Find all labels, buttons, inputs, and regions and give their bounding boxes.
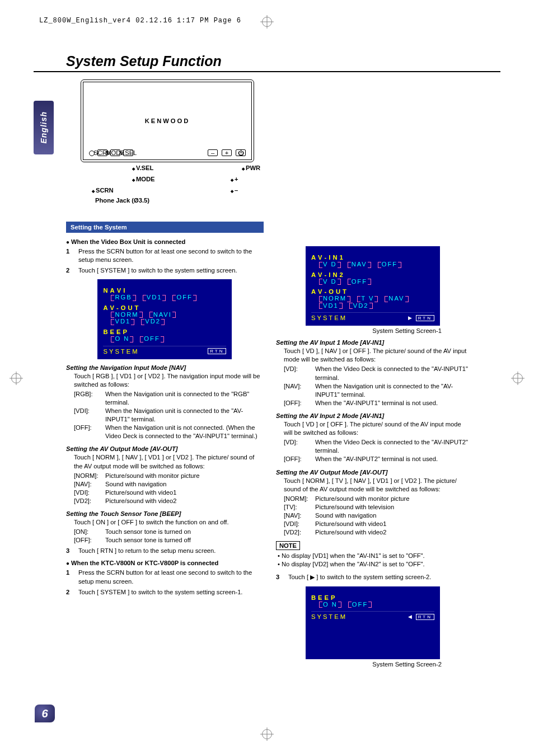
notes-list: No display [VD1] when the "AV-IN1" is se…	[276, 552, 470, 569]
vsel-label: V.SEL	[132, 165, 153, 171]
step-b1-text: Press the SCRN button for at least one s…	[78, 569, 264, 585]
step-1: 1Press the SCRN button for at least one …	[66, 247, 264, 264]
avout-right-intro: Touch [ NORM ], [ TV ], [ NAV ], [ VD1 ]…	[284, 477, 470, 494]
minus-label: –	[231, 187, 238, 194]
plus-label: +	[231, 176, 238, 182]
avout-left-subhead: Setting the AV Output Mode [AV-OUT]	[66, 445, 264, 452]
phone-jack-label: Phone Jack (Ø3.5)	[95, 197, 149, 204]
section-title: System Setup Function	[66, 53, 222, 69]
crop-mark-bottom	[262, 729, 272, 739]
print-header: LZ_800W_English_ver4 02.12.16 1:17 PM Pa…	[39, 17, 241, 25]
step-3-right: 3Touch [ ▶ ] to switch to the system set…	[276, 573, 470, 581]
step-3-left-text: Touch [ RTN ] to return to the setup men…	[78, 547, 264, 555]
crop-mark-right	[513, 373, 523, 383]
scrn-label: SCRN	[92, 187, 114, 194]
avin1-deflist: [VD]:When the Video Deck is connected to…	[284, 365, 470, 407]
avout-right-subhead: Setting the AV Output Mode [AV-OUT]	[276, 469, 470, 476]
plus-button-icon: +	[222, 149, 232, 156]
brand-label: KENWOOD	[145, 118, 190, 124]
beep-intro: Touch [ ON ] or [ OFF ] to switch the fu…	[74, 518, 264, 527]
step-2: 2Touch [ SYSTEM ] to switch to the syste…	[66, 266, 264, 275]
avin1-subhead: Setting the AV Input 1 Mode [AV-IN1]	[276, 339, 470, 346]
mode-label: MODE	[132, 176, 155, 182]
nav-deflist: [RGB]:When the Navigation unit is connec…	[74, 390, 264, 441]
setting-system-bar: Setting the System	[66, 222, 264, 233]
nav-intro: Touch [ RGB ], [ VD1 ] or [ VD2 ]. The n…	[74, 372, 264, 389]
avin2-subhead: Setting the AV Input 2 Mode [AV-IN1]	[276, 412, 470, 419]
avout-left-intro: Touch [ NORM ], [ NAV ], [ VD1 ] or [ VD…	[74, 453, 264, 470]
avout-left-deflist: [NORM]:Picture/sound with monitor pictur…	[74, 472, 264, 505]
minus-button-icon: –	[208, 149, 218, 156]
avout-right-deflist: [NORM]:Picture/sound with monitor pictur…	[284, 495, 470, 537]
screen1-caption: System Setting Screen-1	[276, 327, 442, 334]
sub-a-heading: When the Video Box Unit is connected	[66, 238, 264, 245]
mode-button-icon: MODE	[110, 149, 120, 156]
step-b2-text: Touch [ SYSTEM ] to switch to the system…	[78, 588, 264, 597]
pwr-label: PWR	[242, 165, 260, 171]
avin1-intro: Touch [ VD ], [ NAV ] or [ OFF ]. The pi…	[284, 347, 470, 364]
system-setting-screen-1: AV-IN1V DNAVOFFAV-IN2V DOFFAV-OUTNORMT V…	[306, 246, 440, 326]
setup-screen-left: NAVIRGBVD1OFFAV-OUTNORMNAVIVD1VD2BEEPO N…	[97, 279, 232, 359]
pwr-button-icon: ⏻	[236, 149, 246, 156]
title-rule	[34, 71, 500, 72]
screen2-caption: System Setting Screen-2	[276, 661, 442, 668]
step-b2: 2Touch [ SYSTEM ] to switch to the syste…	[66, 588, 264, 597]
step-b1: 1Press the SCRN button for at least one …	[66, 569, 264, 585]
beep-subhead: Setting the Touch Sensor Tone [BEEP]	[66, 510, 264, 517]
step-3-left: 3Touch [ RTN ] to return to the setup me…	[66, 547, 264, 555]
step-1-text: Press the SCRN button for at least one s…	[78, 247, 264, 264]
step-2-text: Touch [ SYSTEM ] to switch to the system…	[78, 266, 264, 275]
language-tab-label: English	[39, 111, 48, 144]
beep-deflist: [ON]:Touch sensor tone is turned on[OFF]…	[74, 528, 264, 544]
step-3-right-text: Touch [ ▶ ] to switch to the system sett…	[288, 573, 470, 581]
avin2-intro: Touch [ VD ] or [ OFF ]. The picture/ so…	[284, 420, 470, 437]
page-number: 6	[35, 705, 55, 722]
avin2-deflist: [VD]:When the Video Deck is connected to…	[284, 438, 470, 463]
sub-b-heading: When the KTC-V800N or KTC-V800P is conne…	[66, 560, 264, 566]
note-label: NOTE	[276, 541, 300, 550]
vsel-button-icon: V.SEL	[123, 149, 133, 156]
crop-mark-left	[11, 373, 21, 383]
device-diagram: KENWOOD SCRN MODE V.SEL – + ⏻	[81, 79, 254, 162]
crop-mark-top	[262, 17, 272, 27]
language-tab: English	[34, 101, 54, 154]
nav-subhead: Setting the Navigation Input Mode [NAV]	[66, 364, 264, 371]
system-setting-screen-2: BEEPO NOFFSYSTEM◀RTN	[306, 586, 440, 659]
